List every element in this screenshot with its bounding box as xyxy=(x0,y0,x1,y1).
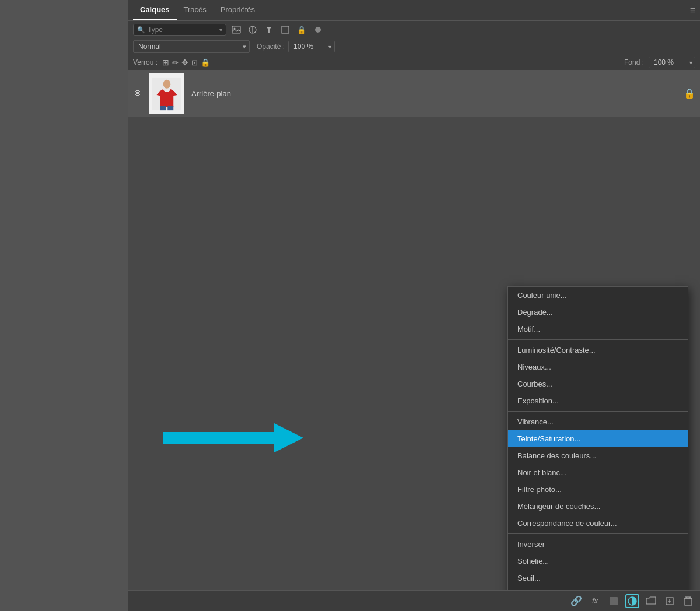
toolbar-row-1: 🔍 Type ▾ T 🔒 xyxy=(128,21,700,38)
layer-thumbnail xyxy=(149,73,184,114)
opacity-arrow: ▾ xyxy=(328,44,331,50)
layers-panel: Calques Tracés Propriétés ≡ 🔍 Type ▾ T 🔒… xyxy=(128,0,700,611)
menu-inverser[interactable]: Inverser xyxy=(508,536,688,553)
lock-artboard-icon[interactable]: ⊡ xyxy=(191,58,198,67)
menu-degrade[interactable]: Dégradé... xyxy=(508,304,688,321)
fill-wrap: 100 % ▾ xyxy=(649,57,695,68)
menu-balance-couleurs[interactable]: Balance des couleurs... xyxy=(508,447,688,464)
menu-couleur-unie[interactable]: Couleur unie... xyxy=(508,287,688,304)
left-area xyxy=(0,0,128,611)
divider-3 xyxy=(508,533,688,534)
fill-field[interactable]: 100 % ▾ xyxy=(649,57,695,68)
filter-icon[interactable] xyxy=(246,23,259,36)
tab-calques[interactable]: Calques xyxy=(133,1,177,20)
menu-noir-blanc[interactable]: Noir et blanc... xyxy=(508,464,688,481)
opacity-value-wrap: 100 % ▾ xyxy=(288,41,335,52)
arrow-right-annotation xyxy=(163,420,303,455)
mask-rect-icon-btn[interactable] xyxy=(607,594,621,608)
menu-courbes[interactable]: Courbes... xyxy=(508,375,688,392)
image-icon[interactable] xyxy=(230,23,243,36)
panel-tabs: Calques Tracés Propriétés ≡ xyxy=(128,0,700,21)
panel-menu-icon[interactable]: ≡ xyxy=(690,5,695,16)
new-layer-icon-btn[interactable] xyxy=(663,594,677,608)
shape-icon[interactable] xyxy=(279,23,292,36)
bottom-toolbar: 🔗 fx xyxy=(128,590,700,611)
menu-niveaux[interactable]: Niveaux... xyxy=(508,359,688,375)
menu-seuil[interactable]: Seuil... xyxy=(508,570,688,587)
menu-exposition[interactable]: Exposition... xyxy=(508,392,688,409)
opacity-field[interactable]: 100 % ▾ xyxy=(288,41,335,52)
lock-icons: ⊞ ✏ ✥ ⊡ 🔒 xyxy=(162,58,210,67)
menu-luminosite[interactable]: Luminosité/Contraste... xyxy=(508,342,688,359)
layer-lock-icon: 🔒 xyxy=(684,88,695,99)
dot-icon xyxy=(312,23,324,36)
menu-teinte-saturation[interactable]: Teinte/Saturation... xyxy=(508,430,688,447)
context-menu: Couleur unie... Dégradé... Motif... Lumi… xyxy=(508,286,688,590)
search-box[interactable]: 🔍 Type ▾ xyxy=(133,24,226,36)
lock-pixels-icon[interactable]: ⊞ xyxy=(162,58,169,67)
svg-rect-0 xyxy=(232,26,240,33)
svg-rect-15 xyxy=(610,597,618,605)
fill-value: 100 % xyxy=(654,58,674,66)
lock-move-icon[interactable]: ✥ xyxy=(181,58,188,67)
blend-mode-select-wrap[interactable]: Normal xyxy=(133,40,250,53)
search-icon: 🔍 xyxy=(137,26,145,34)
menu-filtre-photo[interactable]: Filtre photo... xyxy=(508,481,688,498)
svg-rect-7 xyxy=(160,106,166,110)
menu-vibrance[interactable]: Vibrance... xyxy=(508,413,688,430)
lock-paint-icon[interactable]: ✏ xyxy=(172,58,178,67)
lock-filter-icon[interactable]: 🔒 xyxy=(295,23,308,36)
fill-label: Fond : xyxy=(624,58,644,66)
menu-melangeur-couches[interactable]: Mélangeur de couches... xyxy=(508,498,688,515)
menu-courbe-transfert[interactable]: Courbe de transfert de dégradé... xyxy=(508,587,688,590)
fx-icon-btn[interactable]: fx xyxy=(588,594,602,608)
layer-item-arriere-plan[interactable]: 👁 Arrière-pl xyxy=(128,71,700,117)
blend-mode-select[interactable]: Normal xyxy=(133,40,250,53)
visibility-icon[interactable]: 👁 xyxy=(133,89,145,99)
search-placeholder: Type xyxy=(148,26,163,34)
divider-2 xyxy=(508,411,688,412)
tab-proprietes[interactable]: Propriétés xyxy=(214,1,262,20)
menu-correspondance-couleur[interactable]: Correspondance de couleur... xyxy=(508,515,688,532)
menu-sohelie[interactable]: Sohélie... xyxy=(508,553,688,570)
text-icon[interactable]: T xyxy=(262,23,275,36)
opacity-value: 100 % xyxy=(293,43,313,51)
layer-name: Arrière-plan xyxy=(191,89,684,98)
svg-rect-8 xyxy=(167,106,173,110)
lock-row: Verrou : ⊞ ✏ ✥ ⊡ 🔒 Fond : 100 % ▾ xyxy=(128,55,700,71)
search-dropdown-icon: ▾ xyxy=(219,27,222,33)
delete-icon-btn[interactable] xyxy=(681,594,695,608)
lock-all-icon[interactable]: 🔒 xyxy=(201,58,210,67)
opacity-label: Opacité : xyxy=(257,43,285,51)
adjustment-icon-btn[interactable] xyxy=(625,594,639,608)
svg-point-6 xyxy=(163,79,171,88)
svg-rect-4 xyxy=(282,26,289,33)
link-icon-btn[interactable]: 🔗 xyxy=(569,594,583,608)
blend-row: Normal Opacité : 100 % ▾ xyxy=(128,38,700,55)
lock-label: Verrou : xyxy=(133,58,158,66)
tab-traces[interactable]: Tracés xyxy=(177,1,214,20)
svg-marker-9 xyxy=(163,423,303,452)
divider-1 xyxy=(508,339,688,340)
menu-motif[interactable]: Motif... xyxy=(508,321,688,338)
folder-icon-btn[interactable] xyxy=(644,594,658,608)
svg-rect-20 xyxy=(685,598,692,605)
main-area: Couleur unie... Dégradé... Motif... Lumi… xyxy=(128,117,700,590)
fill-arrow: ▾ xyxy=(690,59,692,66)
